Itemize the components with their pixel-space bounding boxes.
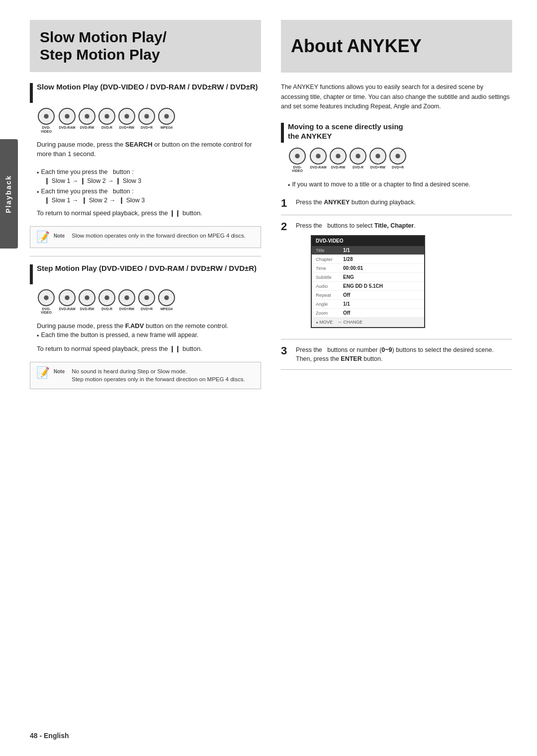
anykey-row-time: Time 00:00:01 <box>312 264 424 273</box>
section1-note-text: Slow motion operates only in the forward… <box>72 232 246 240</box>
anykey-row-chapter: Chapter 1/28 <box>312 255 424 264</box>
section2-bullets: • Each time the button is pressed, a new… <box>37 331 261 340</box>
anykey-screen: DVD-VIDEO Title 1/1 Chapter 1/28 Time 00… <box>311 235 425 328</box>
page-number: 48 - English <box>30 732 69 740</box>
main-content: Slow Motion Play/ Step Motion Play Slow … <box>0 0 537 756</box>
r-disc-dvd-plus-rw: DVD+RW <box>369 148 386 173</box>
right-intro: The ANYKEY functions allows you to easil… <box>281 83 512 111</box>
anykey-header: DVD-VIDEO <box>312 236 424 246</box>
anykey-row-title: Title 1/1 <box>312 246 424 255</box>
section1-disc-buttons: DVD-VIDEO DVD-RAM DVD-RW DVD-R DVD+RW <box>37 108 261 133</box>
section1-bullets: • Each time you press the button : ❙ Slo… <box>37 168 261 205</box>
section2-heading: Step Motion Play (DVD-VIDEO / DVD-RAM / … <box>30 263 261 284</box>
s2-disc-dvd-rw: DVD-RW <box>79 289 95 315</box>
anykey-footer: ⬥ MOVE ↔ CHANGE <box>312 318 424 327</box>
disc-btn-dvd-r: DVD-R <box>98 108 115 133</box>
step3-text: Press the buttons or number (0~9) button… <box>296 345 512 363</box>
s2-disc-dvd-video: DVD-VIDEO <box>37 289 56 315</box>
section1-note: 📝 Note Slow motion operates only in the … <box>30 226 261 248</box>
step2: 2 Press the buttons to select Title, Cha… <box>281 221 512 339</box>
r-disc-dvd-rw: DVD-RW <box>330 148 347 173</box>
section1-pause-text: During pause mode, press the SEARCH or b… <box>37 140 261 158</box>
sidebar-playback: Playback <box>0 139 18 249</box>
section2-return-text: To return to normal speed playback, pres… <box>37 344 261 353</box>
sidebar-label: Playback <box>4 175 14 213</box>
section2-bar <box>30 264 33 284</box>
section1-body: During pause mode, press the SEARCH or b… <box>37 140 261 218</box>
right-section-bar <box>281 123 284 143</box>
section1-title: Slow Motion Play (DVD-VIDEO / DVD-RAM / … <box>37 82 258 92</box>
right-column: About ANYKEY The ANYKEY functions allows… <box>281 20 512 736</box>
anykey-row-repeat: Repeat Off <box>312 291 424 300</box>
s2-disc-mpeg4: MPEG4 <box>158 289 175 315</box>
s2-disc-dvd-r: DVD-R <box>98 289 115 315</box>
disc-btn-dvd-ram: DVD-RAM <box>59 108 76 133</box>
page-footer: 48 - English <box>30 731 69 741</box>
s2-disc-dvd-plus-rw: DVD+RW <box>118 289 135 315</box>
section2-disc-buttons: DVD-VIDEO DVD-RAM DVD-RW DVD-R DVD+RW <box>37 289 261 315</box>
step2-content: Press the buttons to select Title, Chapt… <box>296 221 512 333</box>
divider1 <box>30 256 261 256</box>
step3: 3 Press the buttons or number (0~9) butt… <box>281 345 512 370</box>
r-disc-dvd-r: DVD-R <box>350 148 366 173</box>
section1-bar <box>30 83 33 103</box>
disc-btn-mpeg4: MPEG4 <box>158 108 175 133</box>
anykey-row-zoom: Zoom Off <box>312 309 424 318</box>
right-section-heading: Moving to a scene directly using the ANY… <box>281 122 512 143</box>
r-disc-dvd-plus-r: DVD+R <box>389 148 406 173</box>
section2-body: During pause mode, press the F.ADV butto… <box>37 322 261 354</box>
disc-btn-dvd-plus-r: DVD+R <box>138 108 155 133</box>
page: Playback Slow Motion Play/ Step Motion P… <box>0 0 537 756</box>
step2-num: 2 <box>281 221 291 232</box>
step1-text: Press the ANYKEY button during playback. <box>296 198 512 207</box>
s2-disc-dvd-plus-r: DVD+R <box>138 289 155 315</box>
section2-bullet1: • Each time the button is pressed, a new… <box>37 331 261 340</box>
right-section-body: • If you want to move to a title or a ch… <box>288 180 512 190</box>
right-title: About ANYKEY <box>291 34 502 59</box>
section2-title: Step Motion Play (DVD-VIDEO / DVD-RAM / … <box>37 263 257 273</box>
section1-bullet1: • Each time you press the button : ❙ Slo… <box>37 168 261 185</box>
step2-text: Press the buttons to select Title, Chapt… <box>296 222 416 229</box>
section1-return-text: To return to normal speed playback, pres… <box>37 209 261 218</box>
section2-pause-text: During pause mode, press the F.ADV butto… <box>37 322 261 331</box>
disc-btn-dvd-rw: DVD-RW <box>79 108 95 133</box>
left-title: Slow Motion Play/ Step Motion Play <box>40 29 251 63</box>
note-icon-2: 📝 <box>36 367 50 378</box>
step1-num: 1 <box>281 198 291 209</box>
left-column: Slow Motion Play/ Step Motion Play Slow … <box>30 20 261 736</box>
disc-btn-dvd-plus-rw: DVD+RW <box>118 108 135 133</box>
section1-heading: Slow Motion Play (DVD-VIDEO / DVD-RAM / … <box>30 82 261 103</box>
note-icon-1: 📝 <box>36 232 50 243</box>
disc-btn-dvd-video: DVD-VIDEO <box>37 108 56 133</box>
anykey-row-audio: Audio ENG DD D 5.1CH <box>312 282 424 291</box>
r-disc-dvd-ram: DVD-RAM <box>310 148 327 173</box>
step3-num: 3 <box>281 345 291 356</box>
right-section-title: Moving to a scene directly using the ANY… <box>288 122 403 141</box>
anykey-row-subtitle: Subtitle ENG <box>312 273 424 282</box>
left-title-box: Slow Motion Play/ Step Motion Play <box>30 20 261 72</box>
section1-bullet2: • Each time you press the button : ❙ Slo… <box>37 187 261 205</box>
section2-note: 📝 Note No sound is heard during Step or … <box>30 362 261 389</box>
right-bullet1: • If you want to move to a title or a ch… <box>288 180 512 190</box>
s2-disc-dvd-ram: DVD-RAM <box>59 289 76 315</box>
right-disc-buttons: DVD-VIDEO DVD-RAM DVD-RW DVD-R DVD+RW <box>288 148 512 173</box>
anykey-row-angle: Angle 1/1 <box>312 300 424 309</box>
r-disc-dvd-video: DVD-VIDEO <box>288 148 307 173</box>
step1: 1 Press the ANYKEY button during playbac… <box>281 198 512 215</box>
right-title-box: About ANYKEY <box>281 20 512 73</box>
section2-note-text: No sound is heard during Step or Slow mo… <box>72 367 245 384</box>
